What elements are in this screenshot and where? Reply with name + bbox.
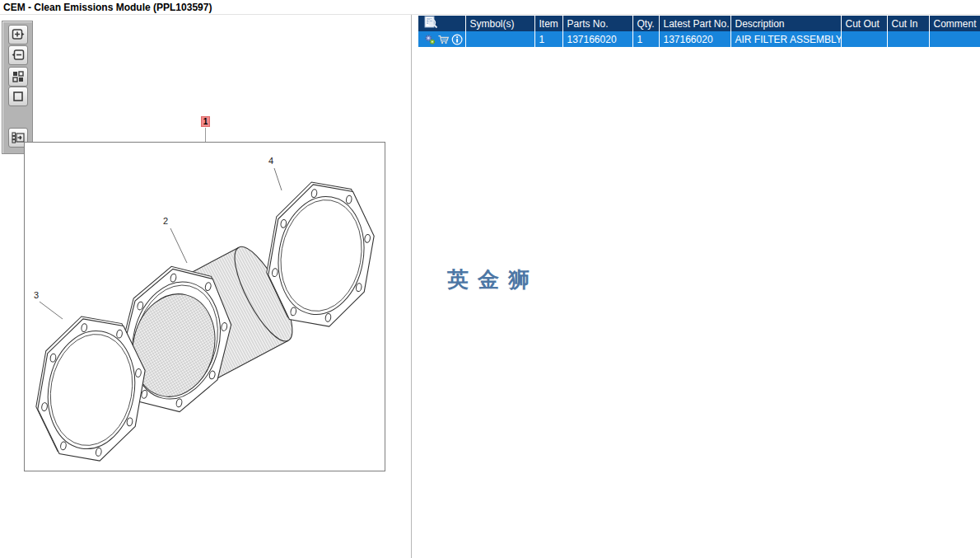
fit-view-button[interactable] (8, 67, 28, 87)
cart-icon[interactable] (437, 33, 450, 46)
fit-view-icon (11, 69, 26, 84)
table-row[interactable]: 1 137166020 1 137166020 AIR FILTER ASSEM… (418, 31, 980, 47)
zoom-out-button[interactable] (8, 45, 28, 65)
options-gears-icon[interactable] (424, 33, 436, 46)
cell-item[interactable]: 1 (534, 31, 562, 47)
col-item[interactable]: Item (534, 16, 562, 31)
col-parts-no[interactable]: Parts No. (562, 16, 632, 31)
col-cut-in[interactable]: Cut In (887, 16, 929, 31)
leader-line-part4 (274, 168, 282, 190)
leader-line-part2 (170, 228, 187, 263)
zoom-selection-icon (11, 89, 26, 104)
titlebar: CEM - Clean Emissions Module (PPL103597) (0, 0, 980, 15)
drawing-toolbar (2, 21, 33, 154)
cell-parts-no[interactable]: 137166020 (562, 31, 632, 47)
info-icon[interactable] (451, 33, 463, 46)
parts-search-icon (422, 16, 439, 29)
cell-description[interactable]: AIR FILTER ASSEMBLY (730, 31, 841, 47)
header-icon-cell[interactable] (418, 16, 465, 31)
row-icons-cell (418, 31, 465, 47)
leader-line-part3 (40, 302, 63, 319)
parts-pane: Symbol(s) Item Parts No. Qty. Latest Par… (412, 15, 980, 558)
label-part2: 2 (163, 216, 168, 226)
cell-cut-out[interactable] (841, 31, 887, 47)
cell-latest-part-no[interactable]: 137166020 (659, 31, 730, 47)
zoom-in-icon (11, 27, 26, 42)
exploded-view-drawing: 2 3 4 (25, 143, 385, 471)
diagram-frame[interactable]: 2 3 4 (24, 142, 385, 471)
col-description[interactable]: Description (730, 16, 841, 31)
zoom-out-icon (11, 48, 26, 63)
col-cut-out[interactable]: Cut Out (841, 16, 887, 31)
cell-comment[interactable] (929, 31, 980, 47)
parts-table: Symbol(s) Item Parts No. Qty. Latest Par… (418, 16, 980, 47)
cell-cut-in[interactable] (887, 31, 929, 47)
label-part3: 3 (34, 290, 39, 300)
cell-symbols[interactable] (465, 31, 534, 47)
table-header-row: Symbol(s) Item Parts No. Qty. Latest Par… (418, 16, 980, 31)
col-latest-part-no[interactable]: Latest Part No. (659, 16, 730, 31)
zoom-selection-button[interactable] (8, 87, 28, 106)
col-comment[interactable]: Comment (929, 16, 980, 31)
callout-part1[interactable]: 1 (201, 116, 210, 127)
col-qty[interactable]: Qty. (632, 16, 659, 31)
page-title: CEM - Clean Emissions Module (PPL103597) (3, 2, 212, 13)
callout-part1-leader (205, 128, 206, 142)
col-symbols[interactable]: Symbol(s) (465, 16, 534, 31)
watermark-text: 英金狮 (447, 265, 539, 294)
cell-qty[interactable]: 1 (632, 31, 659, 47)
label-part4: 4 (268, 156, 273, 166)
zoom-in-button[interactable] (8, 25, 28, 45)
